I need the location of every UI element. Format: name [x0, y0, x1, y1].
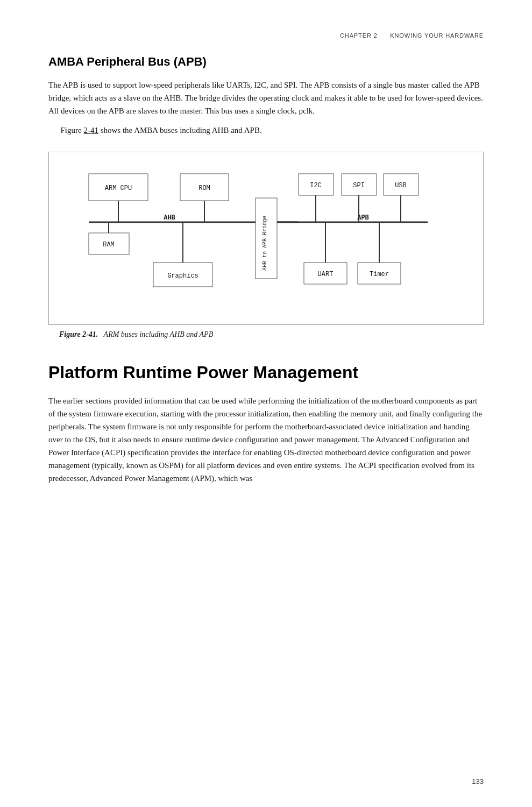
usb-label: USB	[395, 182, 407, 189]
uart-label: UART	[317, 271, 333, 278]
bridge-label: AHB to APB Bridge	[262, 216, 268, 271]
section1-para1: The APB is used to support low-speed per…	[48, 79, 484, 117]
arm-cpu-label: ARM CPU	[104, 185, 131, 192]
spi-label: SPI	[353, 182, 365, 189]
figure-caption-text: ARM buses including AHB and APB	[104, 330, 214, 338]
figure-41-container: .mono { font-family: 'Courier New', mono…	[48, 152, 484, 339]
graphics-label: Graphics	[167, 272, 198, 280]
ahb-label: AHB	[164, 214, 175, 222]
figure-label: Figure 2-41.	[59, 330, 98, 338]
amba-diagram-svg: .mono { font-family: 'Courier New', mono…	[73, 163, 460, 314]
i2c-label: I2C	[310, 182, 322, 189]
chapter-title: KNOWING YOUR HARDWARE	[390, 32, 484, 39]
page-number: 133	[472, 777, 484, 785]
page-header: CHAPTER 2 KNOWING YOUR HARDWARE	[48, 32, 484, 39]
diagram-svg: .mono { font-family: 'Courier New', mono…	[59, 163, 473, 314]
section1-para2: Figure 2-41 shows the AMBA buses includi…	[48, 124, 484, 137]
diagram: .mono { font-family: 'Courier New', mono…	[48, 152, 484, 325]
timer-label: Timer	[369, 271, 388, 278]
section2-title: Platform Runtime Power Management	[48, 363, 484, 383]
ram-label: RAM	[103, 241, 115, 249]
chapter-label: CHAPTER 2	[340, 32, 378, 39]
section2-para1: The earlier sections provided informatio…	[48, 394, 484, 485]
section1-title: AMBA Peripheral Bus (APB)	[48, 55, 484, 69]
figure-caption: Figure 2-41. ARM buses including AHB and…	[48, 330, 484, 339]
figure-ref: 2-41	[83, 126, 98, 134]
page: CHAPTER 2 KNOWING YOUR HARDWARE AMBA Per…	[0, 0, 532, 534]
rom-label: ROM	[198, 185, 210, 192]
